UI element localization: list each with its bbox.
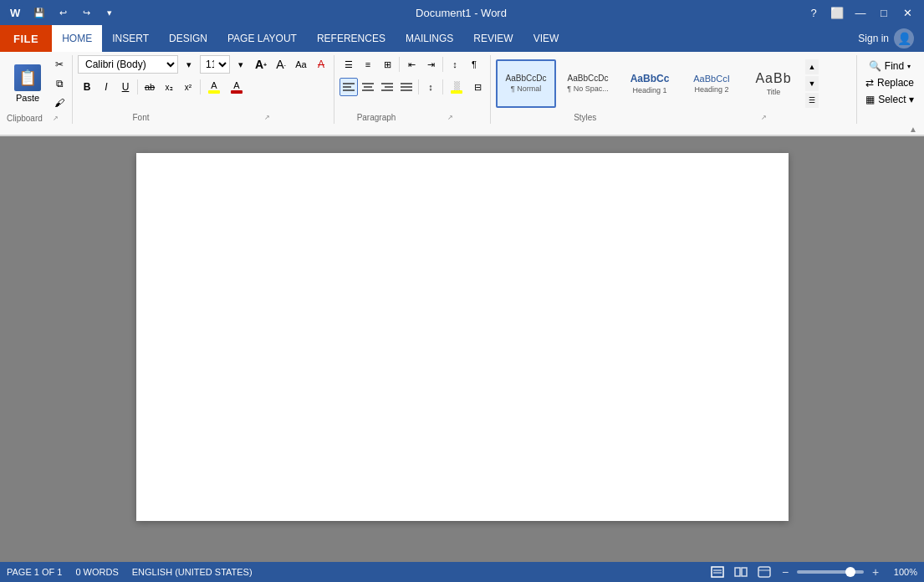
replace-button[interactable]: ⇄ Replace xyxy=(862,75,917,90)
text-highlight-button[interactable]: A xyxy=(203,78,225,96)
justify-button[interactable] xyxy=(397,78,416,96)
shrink-font-button[interactable]: A- xyxy=(272,55,290,74)
page-layout-tab[interactable]: PAGE LAYOUT xyxy=(217,25,307,52)
zoom-thumb xyxy=(845,567,855,577)
menu-bar: FILE HOME INSERT DESIGN PAGE LAYOUT REFE… xyxy=(0,25,924,52)
styles-expand-icon[interactable]: ↗ xyxy=(674,114,852,121)
select-button[interactable]: ▦ Select ▾ xyxy=(862,92,917,107)
sort-button[interactable]: ↕ xyxy=(446,55,464,74)
web-layout-button[interactable] xyxy=(755,564,773,579)
zoom-in-button[interactable]: + xyxy=(869,565,882,579)
borders-button[interactable]: ⊟ xyxy=(468,78,487,96)
word-icon: W xyxy=(7,3,25,22)
sign-in-label: Sign in xyxy=(858,33,889,44)
minimize-button[interactable]: — xyxy=(850,3,870,23)
save-button[interactable]: 💾 xyxy=(30,3,48,22)
insert-tab[interactable]: INSERT xyxy=(102,25,159,52)
increase-indent-button[interactable]: ⇥ xyxy=(421,55,440,74)
align-right-button[interactable] xyxy=(378,78,396,96)
language: ENGLISH (UNITED STATES) xyxy=(132,567,253,577)
font-expand-icon[interactable]: ↗ xyxy=(204,114,330,121)
font-color-button[interactable]: A xyxy=(226,78,248,96)
clipboard-expand-icon[interactable]: ↗ xyxy=(43,115,69,122)
ribbon-display-button[interactable]: ⬜ xyxy=(827,3,847,23)
align-center-button[interactable] xyxy=(359,78,377,96)
copy-button[interactable]: ⧉ xyxy=(50,74,69,93)
style-title[interactable]: AaBb Title xyxy=(743,59,804,108)
read-mode-button[interactable] xyxy=(732,564,750,579)
paste-button[interactable]: 📋 Paste xyxy=(7,55,48,112)
format-painter-button[interactable]: 🖌 xyxy=(50,94,69,112)
status-bar: PAGE 1 OF 1 0 WORDS ENGLISH (UNITED STAT… xyxy=(0,562,924,582)
styles-scroll-controls: ▲ ▼ ☰ xyxy=(805,59,819,108)
title-bar: W 💾 ↩ ↪ ▾ Document1 - Word ? ⬜ — □ ✕ xyxy=(0,0,924,25)
font-name-dropdown-btn[interactable]: ▾ xyxy=(180,55,198,74)
font-name-select[interactable]: Calibri (Body) Arial Times New Roman xyxy=(78,55,178,74)
help-button[interactable]: ? xyxy=(804,3,824,23)
underline-button[interactable]: U xyxy=(116,78,135,96)
home-tab[interactable]: HOME xyxy=(52,25,102,52)
font-size-dropdown-btn[interactable]: ▾ xyxy=(232,55,250,74)
zoom-slider[interactable] xyxy=(797,570,864,574)
grow-font-button[interactable]: A+ xyxy=(252,55,270,74)
redo-button[interactable]: ↪ xyxy=(77,3,95,22)
subscript-button[interactable]: x₂ xyxy=(160,78,178,96)
cut-button[interactable]: ✂ xyxy=(50,55,69,74)
maximize-button[interactable]: □ xyxy=(874,3,894,23)
clear-formatting-button[interactable]: A xyxy=(312,55,330,74)
undo-button[interactable]: ↩ xyxy=(54,3,72,22)
mailings-tab[interactable]: MAILINGS xyxy=(396,25,463,52)
find-button[interactable]: 🔍 Find ▾ xyxy=(865,59,914,74)
style-heading2[interactable]: AaBbCcI Heading 2 xyxy=(682,59,742,108)
review-tab[interactable]: REVIEW xyxy=(463,25,523,52)
svg-rect-14 xyxy=(712,567,723,577)
strikethrough-button[interactable]: ab xyxy=(140,78,159,96)
style-normal[interactable]: AaBbCcDc ¶ Normal xyxy=(496,59,556,108)
paste-icon: 📋 xyxy=(14,64,41,91)
customize-qat-button[interactable]: ▾ xyxy=(100,3,119,22)
style-heading1[interactable]: AaBbCc Heading 1 xyxy=(620,59,680,108)
bullets-button[interactable]: ☰ xyxy=(339,55,358,74)
style-normal-name: ¶ Normal xyxy=(511,84,541,93)
bold-button[interactable]: B xyxy=(78,78,96,96)
ribbon-collapse-area: ▲ xyxy=(0,124,924,135)
document-page[interactable] xyxy=(136,153,789,521)
references-tab[interactable]: REFERENCES xyxy=(307,25,396,52)
shading-button[interactable]: ░ xyxy=(446,78,467,96)
quick-access-toolbar: W 💾 ↩ ↪ ▾ xyxy=(7,3,119,22)
replace-icon: ⇄ xyxy=(865,77,874,89)
clipboard-label: Clipboard xyxy=(7,114,43,123)
numbering-button[interactable]: ≡ xyxy=(359,55,377,74)
document-area[interactable] xyxy=(0,136,924,562)
styles-gallery: AaBbCcDc ¶ Normal AaBbCcDc ¶ No Spac... … xyxy=(496,58,804,110)
styles-expand-button[interactable]: ☰ xyxy=(805,93,819,108)
design-tab[interactable]: DESIGN xyxy=(159,25,217,52)
decrease-indent-button[interactable]: ⇤ xyxy=(402,55,421,74)
find-icon: 🔍 xyxy=(869,60,881,72)
paragraph-expand-icon[interactable]: ↗ xyxy=(413,114,487,121)
close-button[interactable]: ✕ xyxy=(897,3,917,23)
sign-in-button[interactable]: Sign in 👤 xyxy=(848,25,924,52)
collapse-ribbon-button[interactable]: ▲ xyxy=(909,125,917,134)
line-spacing-button[interactable]: ↕ xyxy=(421,78,440,96)
font-size-select[interactable]: 11 8910 1214161820 xyxy=(200,55,230,74)
align-left-button[interactable] xyxy=(339,78,358,96)
word-count: 0 WORDS xyxy=(75,567,118,577)
styles-scroll-down[interactable]: ▼ xyxy=(805,76,819,91)
zoom-out-button[interactable]: − xyxy=(779,565,792,579)
print-layout-button[interactable] xyxy=(708,564,727,579)
superscript-button[interactable]: x² xyxy=(179,78,197,96)
svg-rect-17 xyxy=(735,568,740,576)
find-dropdown-icon: ▾ xyxy=(907,63,911,70)
style-title-preview: AaBb xyxy=(755,71,791,86)
multilevel-list-button[interactable]: ⊞ xyxy=(378,55,396,74)
paste-label: Paste xyxy=(16,93,39,103)
change-case-button[interactable]: Aa xyxy=(292,55,310,74)
show-hide-button[interactable]: ¶ xyxy=(465,55,483,74)
style-no-spacing[interactable]: AaBbCcDc ¶ No Spac... xyxy=(558,59,618,108)
italic-button[interactable]: I xyxy=(97,78,115,96)
page-info: PAGE 1 OF 1 xyxy=(7,567,62,577)
view-tab[interactable]: VIEW xyxy=(523,25,569,52)
file-tab[interactable]: FILE xyxy=(0,25,52,52)
styles-scroll-up[interactable]: ▲ xyxy=(805,59,819,74)
